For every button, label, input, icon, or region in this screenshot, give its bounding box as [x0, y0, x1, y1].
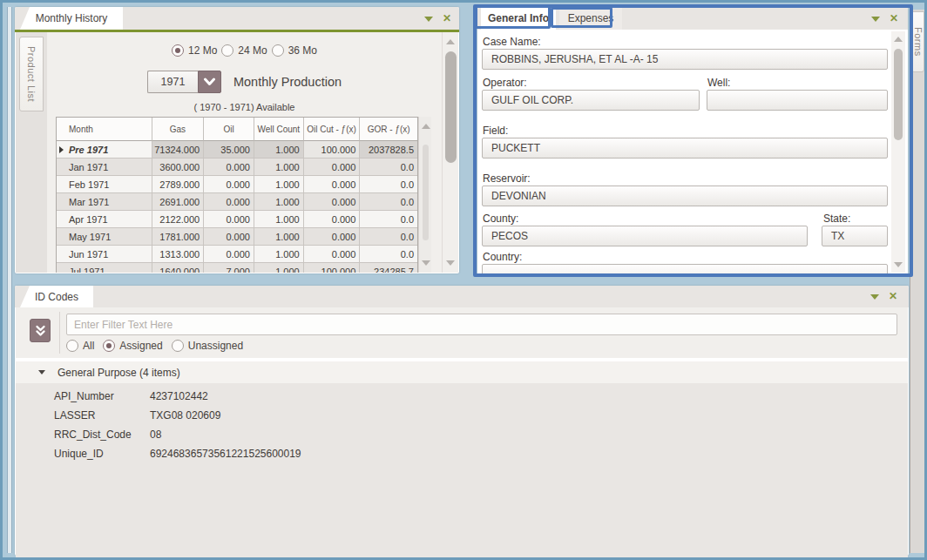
- cell[interactable]: 0.000: [204, 228, 254, 246]
- cell[interactable]: 0.0: [360, 176, 417, 193]
- table-row[interactable]: May 19711781.0000.0001.0000.0000.0: [57, 228, 417, 246]
- column-header[interactable]: Month: [57, 118, 152, 141]
- cell[interactable]: 2691.000: [152, 193, 205, 211]
- radio-selected-icon[interactable]: [172, 44, 184, 57]
- case-name-field[interactable]: ROBBINS, JERUSHA, ET AL -A- 15: [482, 49, 888, 70]
- cell[interactable]: Feb 1971: [57, 176, 152, 193]
- cell[interactable]: 1.000: [254, 193, 304, 211]
- year-dropdown-button[interactable]: [198, 71, 221, 93]
- scroll-up-icon[interactable]: [446, 39, 455, 44]
- table-row[interactable]: Jun 19711313.0000.0001.0000.0000.0: [57, 246, 417, 263]
- filter-radio-assigned[interactable]: Assigned: [103, 340, 162, 352]
- expand-all-button[interactable]: [30, 319, 51, 342]
- cell[interactable]: 71324.000: [152, 141, 205, 159]
- cell[interactable]: 35.000: [204, 141, 254, 159]
- panel-menu-caret-icon[interactable]: [871, 17, 880, 22]
- group-header[interactable]: General Purpose (4 items): [16, 361, 908, 383]
- column-header[interactable]: Oil Cut - ƒ(x): [304, 118, 361, 141]
- filter-radio-unassigned[interactable]: Unassigned: [172, 340, 243, 352]
- cell[interactable]: 0.0: [360, 246, 417, 263]
- cell[interactable]: 1.000: [254, 246, 304, 263]
- table-row[interactable]: Apr 19712122.0000.0001.0000.0000.0: [57, 211, 417, 228]
- cell[interactable]: 0.000: [204, 211, 254, 228]
- table-row[interactable]: Pre 197171324.00035.0001.000100.00020378…: [57, 141, 417, 159]
- column-header[interactable]: Well Count: [254, 118, 304, 141]
- cell[interactable]: 1.000: [254, 141, 304, 159]
- column-header[interactable]: Gas: [152, 118, 205, 141]
- column-header[interactable]: GOR - ƒ(x): [360, 118, 417, 141]
- scrollbar-thumb[interactable]: [894, 49, 903, 140]
- cell[interactable]: 1.000: [254, 211, 304, 228]
- panel-close-icon[interactable]: ✕: [889, 289, 897, 303]
- cell[interactable]: 100.000: [304, 141, 361, 159]
- panel-scrollbar[interactable]: [891, 31, 905, 273]
- table-row[interactable]: Mar 19712691.0000.0001.0000.0000.0: [57, 193, 417, 211]
- cell[interactable]: 0.0: [360, 193, 417, 211]
- table-row[interactable]: Feb 19712789.0000.0001.0000.0000.0: [57, 176, 417, 193]
- period-radio-12-mo[interactable]: 12 Mo: [172, 44, 217, 57]
- cell[interactable]: 1.000: [254, 228, 304, 246]
- cell[interactable]: 0.000: [204, 246, 254, 263]
- cell[interactable]: 0.000: [304, 211, 361, 228]
- list-item[interactable]: RRC_Dist_Code08: [16, 425, 908, 444]
- cell[interactable]: 0.000: [304, 159, 361, 176]
- cell[interactable]: 1313.000: [152, 246, 205, 263]
- scroll-up-icon[interactable]: [894, 37, 903, 42]
- panel-scrollbar[interactable]: [442, 32, 458, 273]
- list-item[interactable]: Unique_ID69246836573561221525600019: [16, 444, 908, 463]
- table-row[interactable]: Jul 19711640.0007.0001.000100.000234285.…: [57, 263, 417, 273]
- state-field[interactable]: TX: [822, 226, 888, 246]
- tab-product-list[interactable]: Product List: [19, 37, 44, 111]
- scroll-down-icon[interactable]: [422, 260, 430, 266]
- table-scrollbar[interactable]: [418, 117, 431, 273]
- filter-input[interactable]: [66, 314, 897, 335]
- cell[interactable]: May 1971: [57, 228, 152, 246]
- cell[interactable]: Mar 1971: [57, 193, 152, 211]
- list-item[interactable]: LASSERTXG08 020609: [16, 406, 908, 425]
- cell[interactable]: 0.0: [360, 159, 417, 176]
- cell[interactable]: 2789.000: [152, 176, 205, 193]
- cell[interactable]: 2122.000: [152, 211, 205, 228]
- cell[interactable]: Pre 1971: [57, 141, 152, 159]
- left-splitter[interactable]: [7, 7, 12, 553]
- cell[interactable]: 234285.7: [360, 263, 417, 273]
- radio-icon[interactable]: [221, 44, 233, 57]
- tab-general-info[interactable]: General Info: [481, 7, 556, 30]
- scroll-up-icon[interactable]: [422, 124, 430, 129]
- cell[interactable]: 0.000: [304, 246, 361, 263]
- field-field[interactable]: PUCKETT: [482, 138, 888, 159]
- tab-expenses[interactable]: Expenses: [559, 7, 622, 30]
- tab-forms[interactable]: Forms: [911, 11, 924, 72]
- cell[interactable]: 1.000: [254, 176, 304, 193]
- filter-radio-all[interactable]: All: [66, 340, 94, 352]
- well-field[interactable]: [707, 90, 888, 111]
- cell[interactable]: 1.000: [254, 263, 304, 273]
- cell[interactable]: Jun 1971: [57, 246, 152, 263]
- panel-menu-caret-icon[interactable]: [424, 17, 433, 22]
- cell[interactable]: 1640.000: [152, 263, 205, 273]
- radio-icon[interactable]: [272, 44, 284, 57]
- tab-monthly-history[interactable]: Monthly History: [20, 7, 123, 30]
- cell[interactable]: 7.000: [204, 263, 254, 273]
- radio-icon[interactable]: [66, 340, 78, 352]
- cell[interactable]: 2037828.5: [360, 141, 417, 159]
- radio-icon[interactable]: [172, 340, 184, 352]
- panel-close-icon[interactable]: ✕: [443, 11, 451, 25]
- cell[interactable]: 0.000: [304, 228, 361, 246]
- cell[interactable]: 0.000: [304, 193, 361, 211]
- scroll-down-icon[interactable]: [446, 260, 455, 266]
- cell[interactable]: Jan 1971: [57, 159, 152, 176]
- cell[interactable]: 1781.000: [152, 228, 205, 246]
- cell[interactable]: 1.000: [254, 159, 304, 176]
- cell[interactable]: Apr 1971: [57, 211, 152, 228]
- column-header[interactable]: Oil: [204, 118, 254, 141]
- reservoir-field[interactable]: DEVONIAN: [482, 186, 888, 206]
- table-row[interactable]: Jan 19713600.0000.0001.0000.0000.0: [57, 159, 417, 176]
- scroll-down-icon[interactable]: [894, 262, 903, 267]
- cell[interactable]: Jul 1971: [57, 263, 152, 273]
- collapse-caret-icon[interactable]: [38, 370, 45, 374]
- cell[interactable]: 0.0: [360, 228, 417, 246]
- cell[interactable]: 0.000: [304, 176, 361, 193]
- cell[interactable]: 0.000: [204, 193, 254, 211]
- cell[interactable]: 0.000: [204, 159, 254, 176]
